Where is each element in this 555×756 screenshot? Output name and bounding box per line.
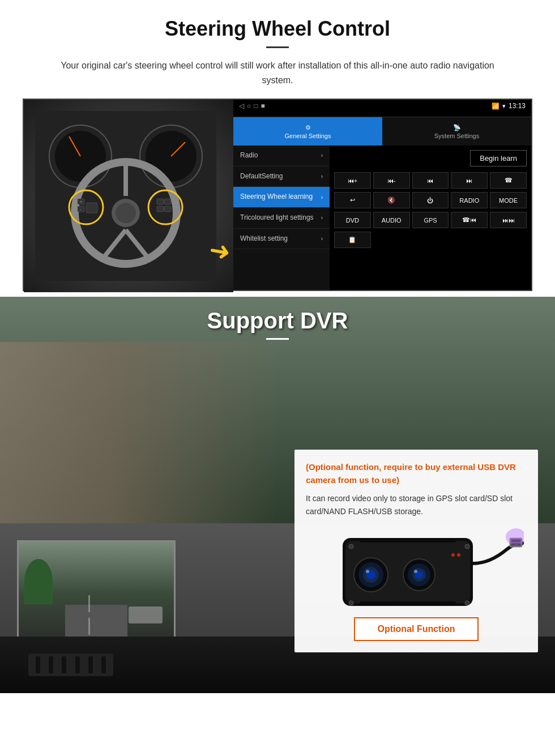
dvr-camera-area — [306, 527, 527, 612]
svg-rect-30 — [360, 539, 456, 543]
road-marking — [88, 595, 90, 612]
svg-point-47 — [465, 601, 469, 605]
android-settings-ui: ◁ ○ □ ■ 📶 ▾ 13:13 ⚙ General Settings 📡 — [233, 100, 531, 290]
dvr-thumbnail-image — [17, 540, 176, 648]
steering-wheel-image: + - ➜ — [24, 100, 233, 292]
svg-point-36 — [366, 570, 369, 573]
dvr-title-divider — [266, 338, 289, 340]
menu-item-steering-wheel-learning[interactable]: Steering Wheel learning › — [233, 187, 330, 208]
ctrl-gps[interactable]: GPS — [412, 212, 449, 228]
dvr-thumb-inner — [19, 542, 174, 646]
chevron-right-icon-5: › — [321, 235, 323, 242]
menu-item-tricoloured[interactable]: Tricoloured light settings › — [233, 208, 330, 229]
steering-controls-panel: Begin learn ⏮+ ⏮- ⏮ ⏭ ☎ ↩ 🔇 ⏻ — [330, 146, 531, 290]
menu-tricoloured-label: Tricoloured light settings — [240, 213, 314, 223]
dvr-section: Support DVR — [0, 297, 555, 750]
control-grid-row4: 📋 — [334, 232, 527, 248]
dvr-description: It can record video only to storage in G… — [306, 492, 527, 518]
chevron-right-icon-4: › — [321, 214, 323, 221]
menu-item-whitelist[interactable]: Whitelist setting › — [233, 229, 330, 250]
svg-point-45 — [349, 601, 353, 605]
vent-slot-1 — [36, 656, 40, 673]
chevron-right-icon: › — [321, 152, 323, 159]
menu-default-label: DefaultSetting — [240, 172, 283, 181]
svg-point-42 — [451, 553, 455, 557]
chevron-right-icon-3: › — [321, 194, 323, 201]
nav-recents-icon: □ — [254, 102, 258, 110]
ctrl-vol-up[interactable]: ⏮+ — [334, 172, 371, 189]
status-bar: ◁ ○ □ ■ 📶 ▾ 13:13 — [233, 100, 531, 112]
tab-system-settings[interactable]: 📡 System Settings — [382, 117, 531, 146]
ctrl-next-next[interactable]: ⏭⏭ — [490, 212, 527, 228]
ctrl-audio[interactable]: AUDIO — [373, 212, 410, 228]
svg-point-41 — [414, 570, 417, 573]
vent-slot-2 — [49, 656, 53, 673]
tab-system-label: System Settings — [434, 133, 479, 139]
dashboard-vent — [28, 654, 113, 676]
vent-slot-3 — [62, 656, 66, 673]
menu-item-radio[interactable]: Radio › — [233, 146, 330, 166]
nav-menu-icon: ■ — [261, 102, 265, 110]
control-grid-row2: ↩ 🔇 ⏻ RADIO MODE — [334, 192, 527, 208]
ctrl-vol-down[interactable]: ⏮- — [373, 172, 410, 189]
ctrl-dvd[interactable]: DVD — [334, 212, 371, 228]
nav-back-icon: ◁ — [239, 102, 244, 110]
ctrl-power[interactable]: ⏻ — [412, 192, 449, 208]
ctrl-next[interactable]: ⏭ — [451, 172, 488, 189]
ctrl-hangup[interactable]: ↩ — [334, 192, 371, 208]
optional-function-button[interactable]: Optional Function — [354, 617, 479, 641]
title-divider — [266, 46, 289, 48]
vent-slot-6 — [101, 656, 106, 673]
dvr-cars-element — [129, 606, 163, 623]
tab-general-settings[interactable]: ⚙ General Settings — [233, 117, 382, 146]
svg-rect-23 — [164, 206, 171, 212]
svg-rect-21 — [164, 199, 171, 204]
control-grid-row1: ⏮+ ⏮- ⏮ ⏭ ☎ — [334, 172, 527, 189]
settings-tabs: ⚙ General Settings 📡 System Settings — [233, 117, 531, 146]
ctrl-mode[interactable]: MODE — [490, 192, 527, 208]
android-nav-bar — [233, 112, 531, 117]
begin-learn-row: Begin learn — [334, 150, 527, 166]
svg-text:+: + — [80, 200, 82, 204]
dvr-background: Support DVR — [0, 297, 555, 693]
road-marking-2 — [88, 618, 90, 635]
dvr-camera-svg — [309, 527, 524, 612]
dvr-tree-element — [24, 559, 53, 604]
menu-whitelist-label: Whitelist setting — [240, 234, 288, 244]
tab-general-label: General Settings — [285, 133, 331, 139]
ctrl-prev[interactable]: ⏮ — [412, 172, 449, 189]
steering-photo-background: + - ➜ — [24, 100, 233, 292]
svg-rect-20 — [157, 199, 164, 204]
steering-wheel-svg: + - — [35, 111, 216, 281]
svg-rect-31 — [360, 601, 456, 605]
ctrl-call[interactable]: ☎ — [490, 172, 527, 189]
ctrl-radio[interactable]: RADIO — [451, 192, 488, 208]
ctrl-call-prev[interactable]: ☎⏮ — [451, 212, 488, 228]
menu-list: Radio › DefaultSetting › Steering Wheel … — [233, 146, 531, 290]
gear-icon: ⚙ — [305, 124, 311, 131]
svg-rect-18 — [86, 203, 97, 213]
time-display: 13:13 — [509, 102, 526, 110]
menu-item-defaultsetting[interactable]: DefaultSetting › — [233, 166, 330, 187]
nav-home-icon: ○ — [247, 102, 251, 110]
section-description: Your original car's steering wheel contr… — [51, 58, 504, 87]
chevron-right-icon-2: › — [321, 173, 323, 180]
steering-section: Steering Wheel Control Your original car… — [0, 0, 555, 291]
dvr-optional-notice: (Optional function, require to buy exter… — [306, 461, 527, 486]
svg-point-46 — [465, 544, 469, 549]
svg-point-27 — [506, 528, 524, 545]
settings-menu-left: Radio › DefaultSetting › Steering Wheel … — [233, 146, 330, 290]
ctrl-extra[interactable]: 📋 — [334, 232, 371, 248]
dvr-title-area: Support DVR — [0, 308, 555, 340]
control-grid-row3: DVD AUDIO GPS ☎⏮ ⏭⏭ — [334, 212, 527, 228]
svg-point-43 — [457, 553, 460, 557]
ctrl-mute[interactable]: 🔇 — [373, 192, 410, 208]
svg-point-12 — [116, 203, 136, 223]
wifi-icon: ▾ — [502, 102, 506, 110]
signal-icon: 📶 — [492, 102, 500, 110]
begin-learn-button[interactable]: Begin learn — [470, 150, 527, 166]
vent-slot-4 — [75, 656, 80, 673]
vent-slot-5 — [88, 656, 93, 673]
menu-steering-label: Steering Wheel learning — [240, 193, 313, 202]
menu-radio-label: Radio — [240, 151, 258, 160]
